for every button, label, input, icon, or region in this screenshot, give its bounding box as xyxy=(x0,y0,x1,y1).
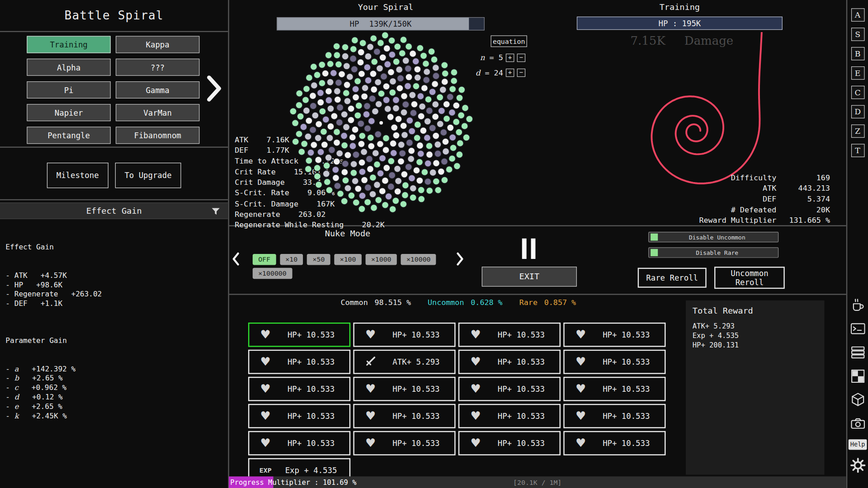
reward-card-atk[interactable]: ATK+ 5.293 xyxy=(353,350,455,374)
nuke-option-off[interactable]: OFF xyxy=(253,254,276,265)
nuke-option-100000[interactable]: ×100000 xyxy=(253,268,292,279)
dither-icon[interactable] xyxy=(849,368,866,385)
gear-icon[interactable] xyxy=(849,457,866,474)
to-upgrade-button[interactable]: To Upgrade xyxy=(115,163,181,188)
parameter-gain-line: - e +2.65 % xyxy=(5,402,225,411)
progress-multiplier-bar: Progress Multiplier : 101.69 % [20.1K / … xyxy=(229,476,846,488)
rarity-name: Common xyxy=(340,298,368,307)
reward-card-hp[interactable]: ♥HP+ 10.533 xyxy=(563,404,665,428)
rare-reroll-button[interactable]: Rare Reroll xyxy=(638,268,707,288)
d-decrease-button[interactable]: − xyxy=(517,68,526,76)
hotkey-button-b[interactable]: B xyxy=(851,47,864,60)
spiral-tab-napier[interactable]: Napier xyxy=(27,104,110,121)
app-title: Battle Spiral xyxy=(0,0,228,31)
hotkey-button-d[interactable]: D xyxy=(851,105,864,118)
reward-card-hp[interactable]: ♥HP+ 10.533 xyxy=(353,404,455,428)
reward-card-hp[interactable]: ♥HP+ 10.533 xyxy=(248,350,350,374)
hotkey-button-a[interactable]: A xyxy=(851,8,864,21)
toggle-disable-uncommon[interactable]: Disable Uncommon xyxy=(648,232,778,242)
player-stat-line: Regenerate While Resting 20.2K xyxy=(235,220,385,231)
equation-steppers: n = 5+−d = 24+− xyxy=(458,52,525,82)
reward-card-hp[interactable]: ♥HP+ 10.533 xyxy=(563,350,665,374)
reward-card-hp[interactable]: ♥HP+ 10.533 xyxy=(248,404,350,428)
reward-card-hp[interactable]: ♥HP+ 10.533 xyxy=(563,377,665,401)
spiral-tab-gamma[interactable]: Gamma xyxy=(116,81,199,99)
player-stats-block: ATK 7.16KDEF 1.77KTime to Attack 0.223sC… xyxy=(235,135,385,231)
cube-icon[interactable] xyxy=(849,392,866,408)
hotkey-button-e[interactable]: E xyxy=(851,66,864,80)
damage-label: Damage xyxy=(684,34,733,47)
coffee-icon[interactable] xyxy=(849,296,866,313)
reward-card-hp[interactable]: ♥HP+ 10.533 xyxy=(458,404,561,428)
spiral-tab-varman[interactable]: VarMan xyxy=(116,104,199,121)
camera-icon[interactable] xyxy=(849,416,866,432)
spiral-tab-pentangle[interactable]: Pentangle xyxy=(27,127,110,144)
nuke-options-row-1: OFF×10×50×100×1000×10000 xyxy=(253,254,436,265)
rarity-toggles: Disable UncommonDisable Rare xyxy=(648,232,778,263)
toggle-disable-rare[interactable]: Disable Rare xyxy=(648,247,778,258)
pause-icon[interactable] xyxy=(522,239,536,259)
uncommon-reroll-button[interactable]: Uncommon Reroll xyxy=(714,267,785,289)
reward-card-label: ATK+ 5.293 xyxy=(387,357,455,366)
heart-icon: ♥ xyxy=(459,329,492,341)
equation-button[interactable]: equation xyxy=(491,35,527,47)
reward-card-hp[interactable]: ♥HP+ 10.533 xyxy=(248,323,350,347)
total-reward-line: Exp + 4.535 xyxy=(693,331,818,340)
param-label: n = 5 xyxy=(480,53,503,62)
milestone-button[interactable]: Milestone xyxy=(47,163,108,188)
reward-card-hp[interactable]: ♥HP+ 10.533 xyxy=(248,431,350,455)
help-button[interactable]: Help xyxy=(849,439,867,450)
exit-button[interactable]: EXIT xyxy=(482,267,577,286)
spiral-tab-pi[interactable]: Pi xyxy=(27,81,110,99)
effect-gain-panel: Effect Gain - ATK +4.57K- HP +98.6K- Reg… xyxy=(5,224,225,440)
spiral-tab-kappa[interactable]: Kappa xyxy=(116,36,199,53)
reward-card-hp[interactable]: ♥HP+ 10.533 xyxy=(458,323,561,347)
total-reward-line: HP+ 200.131 xyxy=(693,340,818,350)
equation-param-row: n = 5+− xyxy=(458,52,525,63)
enemy-stat-line: Reward Multiplier131.665 % xyxy=(688,215,830,226)
rarity-name: Uncommon xyxy=(428,298,464,307)
spiral-tab-fibanomnom[interactable]: Fibanomnom xyxy=(116,127,199,144)
exp-icon: EXP xyxy=(249,467,282,474)
toggle-label: Disable Rare xyxy=(658,249,776,256)
hotkey-button-s[interactable]: S xyxy=(851,28,864,41)
d-increase-button[interactable]: + xyxy=(506,68,514,76)
reward-card-hp[interactable]: ♥HP+ 10.533 xyxy=(353,323,455,347)
archive-icon[interactable] xyxy=(849,344,866,361)
spiral-tab-alpha[interactable]: Alpha xyxy=(27,59,110,76)
filter-icon[interactable] xyxy=(211,207,220,215)
terminal-icon[interactable] xyxy=(849,320,866,337)
nuke-option-100[interactable]: ×100 xyxy=(334,254,361,265)
heart-icon: ♥ xyxy=(565,383,597,395)
hotkey-button-c[interactable]: C xyxy=(851,86,864,99)
reward-card-hp[interactable]: ♥HP+ 10.533 xyxy=(458,377,561,401)
reward-card-hp[interactable]: ♥HP+ 10.533 xyxy=(458,350,561,374)
hotkey-button-t[interactable]: T xyxy=(851,144,864,157)
next-page-chevron-icon[interactable] xyxy=(206,74,222,105)
rarity-value: 98.515 % xyxy=(375,298,411,307)
nuke-options-row-2: ×100000 xyxy=(253,268,292,279)
hotkey-button-z[interactable]: Z xyxy=(851,125,864,138)
effect-gain-line: - DEF +1.1K xyxy=(5,299,225,308)
reward-card-hp[interactable]: ♥HP+ 10.533 xyxy=(563,323,665,347)
reward-card-hp[interactable]: ♥HP+ 10.533 xyxy=(563,431,665,455)
reward-card-hp[interactable]: ♥HP+ 10.533 xyxy=(458,431,561,455)
reward-card-hp[interactable]: ♥HP+ 10.533 xyxy=(248,377,350,401)
reward-card-hp[interactable]: ♥HP+ 10.533 xyxy=(353,377,455,401)
n-decrease-button[interactable]: − xyxy=(517,53,526,61)
nuke-prev-chevron-icon[interactable] xyxy=(231,252,241,266)
nuke-option-10000[interactable]: ×10000 xyxy=(401,254,436,265)
n-increase-button[interactable]: + xyxy=(506,53,514,61)
nuke-next-chevron-icon[interactable] xyxy=(456,252,465,266)
effect-gain-line: - HP +98.6K xyxy=(5,280,225,290)
sidebar-title-divider xyxy=(0,31,228,32)
nuke-option-1000[interactable]: ×1000 xyxy=(366,254,397,265)
spiral-tab-unknown[interactable]: ??? xyxy=(116,59,199,76)
spiral-tab-training[interactable]: Training xyxy=(27,36,110,53)
reward-card-label: HP+ 10.533 xyxy=(597,330,665,339)
enemy-stat-line: DEF5.374 xyxy=(688,194,830,205)
reward-card-hp[interactable]: ♥HP+ 10.533 xyxy=(353,431,455,455)
reward-card-label: HP+ 10.533 xyxy=(387,385,455,394)
nuke-option-50[interactable]: ×50 xyxy=(307,254,330,265)
nuke-option-10[interactable]: ×10 xyxy=(280,254,303,265)
